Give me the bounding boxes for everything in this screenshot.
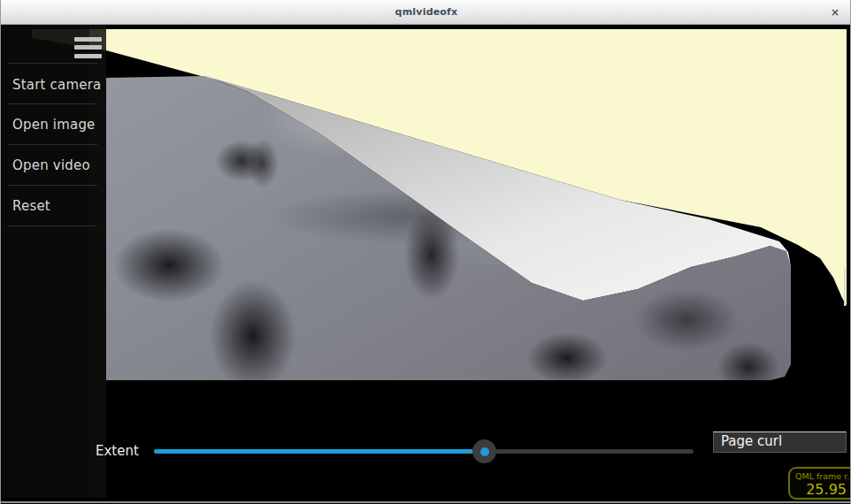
sidebar-item-open-video[interactable]: Open video xyxy=(12,157,101,173)
sidebar-item-reset[interactable]: Reset xyxy=(12,198,101,214)
extent-slider-handle[interactable] xyxy=(472,439,496,463)
sidebar-divider xyxy=(8,103,97,104)
sidebar-divider xyxy=(8,225,97,226)
fps-overlay-value: 25.95 xyxy=(795,481,851,498)
fps-overlay-badge: QML frame r... 25.95 xyxy=(788,467,851,500)
window-title: qmlvideofx xyxy=(1,6,851,18)
app-window: qmlvideofx × Start camera Open image Ope… xyxy=(0,0,851,504)
sidebar: Start camera Open image Open video Reset xyxy=(2,25,106,498)
effect-selector-button[interactable]: Page curl xyxy=(713,431,847,453)
extent-slider-label: Extent xyxy=(96,443,139,459)
page-edge-highlight xyxy=(844,268,846,306)
title-bar: qmlvideofx × xyxy=(1,0,851,25)
close-icon[interactable]: × xyxy=(827,4,843,20)
window-bottom-border xyxy=(1,501,851,503)
fps-overlay-label: QML frame r... xyxy=(795,471,851,481)
extent-slider-track[interactable] xyxy=(154,449,694,454)
extent-slider-fill xyxy=(154,449,484,454)
sidebar-item-start-camera[interactable]: Start camera xyxy=(12,77,101,93)
sidebar-divider xyxy=(8,144,97,145)
sidebar-panel xyxy=(2,25,89,498)
hamburger-menu-icon[interactable] xyxy=(74,35,102,60)
sidebar-divider xyxy=(8,185,97,186)
slider-handle-dot xyxy=(480,447,489,456)
sidebar-divider xyxy=(8,63,97,64)
sidebar-item-open-image[interactable]: Open image xyxy=(12,117,101,133)
